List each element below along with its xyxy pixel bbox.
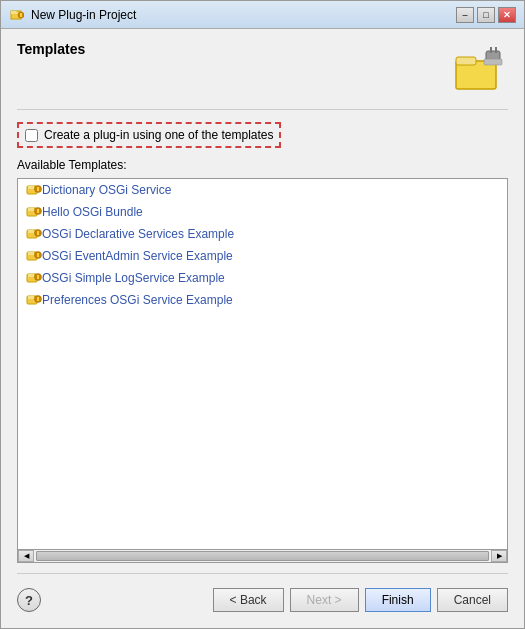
plugin-item-icon [26,182,42,198]
svg-rect-29 [37,275,39,279]
svg-rect-27 [28,274,34,277]
svg-rect-8 [495,47,497,53]
horizontal-scrollbar[interactable]: ◀ ▶ [17,550,508,563]
scroll-right-button[interactable]: ▶ [491,550,507,562]
svg-rect-7 [490,47,492,53]
plugin-item-icon [26,226,42,242]
list-item[interactable]: OSGi Declarative Services Example [18,223,257,245]
template-item-label: OSGi Declarative Services Example [42,227,234,241]
create-plugin-checkbox-row[interactable]: Create a plug-in using one of the templa… [17,122,281,148]
template-item-label: OSGi Simple LogService Example [42,271,225,285]
template-item-label: Dictionary OSGi Service [42,183,171,197]
back-button[interactable]: < Back [213,588,284,612]
svg-rect-11 [28,186,34,189]
next-button[interactable]: Next > [290,588,359,612]
svg-rect-25 [37,253,39,257]
svg-rect-23 [28,252,34,255]
list-item[interactable]: OSGi Simple LogService Example [18,267,257,289]
template-item-label: Hello OSGi Bundle [42,205,143,219]
plugin-item-icon [26,204,42,220]
template-item-label: OSGi EventAdmin Service Example [42,249,233,263]
svg-rect-13 [37,187,39,191]
svg-rect-15 [28,208,34,211]
minimize-button[interactable]: – [456,7,474,23]
titlebar: New Plug-in Project – □ ✕ [1,1,524,29]
scroll-thumb[interactable] [36,551,489,561]
template-list[interactable]: Dictionary OSGi Service Hello OSGi Bundl… [18,179,257,549]
template-item-label: Preferences OSGi Service Example [42,293,233,307]
list-item[interactable]: Dictionary OSGi Service [18,179,257,201]
dialog-content: Templates Create a plug-in using one of … [1,29,524,628]
svg-rect-31 [28,296,34,299]
window-title: New Plug-in Project [31,8,456,22]
svg-rect-19 [28,230,34,233]
svg-rect-9 [484,59,502,65]
page-title: Templates [17,41,85,57]
plugin-item-icon [26,292,42,308]
template-detail-panel [257,179,508,549]
folder-plugin-icon [452,41,508,97]
svg-rect-5 [456,57,476,65]
cancel-button[interactable]: Cancel [437,588,508,612]
dialog-window: New Plug-in Project – □ ✕ Templates [0,0,525,629]
svg-rect-3 [20,13,22,17]
create-plugin-checkbox-label[interactable]: Create a plug-in using one of the templa… [44,128,273,142]
plugin-item-icon [26,270,42,286]
header-separator [17,109,508,110]
finish-button[interactable]: Finish [365,588,431,612]
create-plugin-checkbox[interactable] [25,129,38,142]
navigation-buttons: < Back Next > Finish Cancel [213,588,508,612]
window-controls: – □ ✕ [456,7,516,23]
maximize-button[interactable]: □ [477,7,495,23]
scroll-left-button[interactable]: ◀ [18,550,34,562]
footer-separator [17,573,508,574]
window-icon [9,7,25,23]
header-section: Templates [17,41,508,97]
close-button[interactable]: ✕ [498,7,516,23]
plugin-item-icon [26,248,42,264]
list-item[interactable]: Preferences OSGi Service Example [18,289,257,311]
template-list-area: Dictionary OSGi Service Hello OSGi Bundl… [18,179,257,549]
footer-buttons: ? < Back Next > Finish Cancel [17,584,508,618]
help-button[interactable]: ? [17,588,41,612]
available-templates-label: Available Templates: [17,158,508,172]
svg-rect-33 [37,297,39,301]
svg-rect-17 [37,209,39,213]
list-item[interactable]: OSGi EventAdmin Service Example [18,245,257,267]
templates-panel: Dictionary OSGi Service Hello OSGi Bundl… [17,178,508,550]
svg-rect-21 [37,231,39,235]
list-item[interactable]: Hello OSGi Bundle [18,201,257,223]
